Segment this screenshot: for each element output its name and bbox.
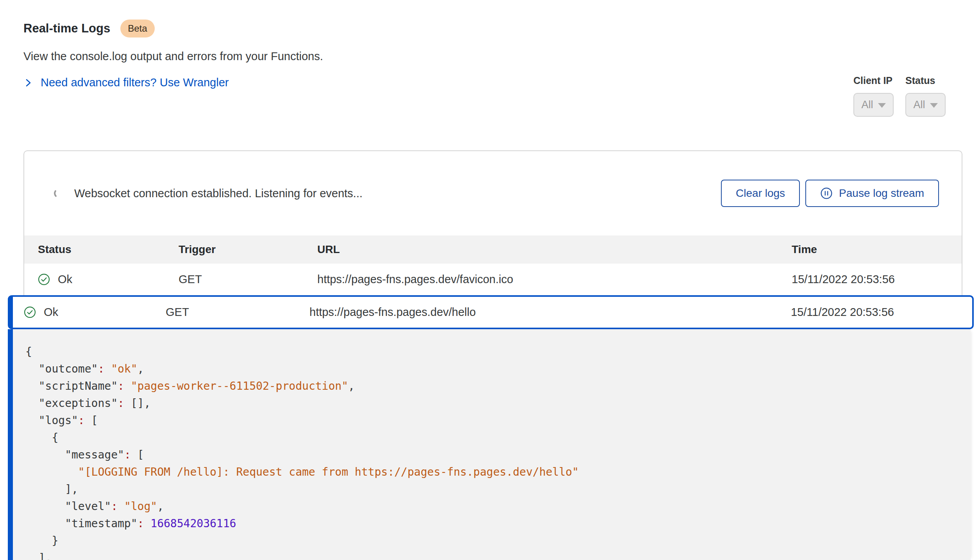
log-table-row[interactable]: Ok GET https://pages-fns.pages.dev/favic…	[24, 264, 962, 295]
realtime-logs-page: Real-time Logs Beta View the console.log…	[0, 0, 980, 560]
logs-toolbar: Websocket connection established. Listen…	[24, 151, 962, 235]
clear-logs-button[interactable]: Clear logs	[721, 180, 800, 207]
client-ip-value: All	[861, 99, 873, 111]
table-header: Status Trigger URL Time	[24, 235, 962, 264]
page-header: Real-time Logs Beta View the console.log…	[23, 20, 323, 89]
page-subtitle: View the console.log output and errors f…	[23, 50, 323, 63]
url-value: https://pages-fns.pages.dev/favicon.ico	[317, 273, 792, 286]
wrangler-link[interactable]: Need advanced filters? Use Wrangler	[41, 76, 229, 89]
status-filter-value: All	[913, 99, 925, 111]
clear-logs-label: Clear logs	[736, 187, 785, 200]
expanded-log-row[interactable]: Ok GET https://pages-fns.pages.dev/hello…	[8, 295, 974, 329]
trigger-value: GET	[179, 273, 317, 286]
url-value: https://pages-fns.pages.dev/hello	[309, 306, 791, 319]
chevron-right-icon	[23, 77, 33, 88]
column-header-url: URL	[317, 243, 792, 256]
trigger-value: GET	[166, 306, 309, 319]
page-title: Real-time Logs	[23, 21, 110, 36]
logs-card: Websocket connection established. Listen…	[23, 150, 962, 296]
client-ip-select[interactable]: All	[853, 93, 894, 117]
column-header-trigger: Trigger	[179, 243, 317, 256]
toolbar-buttons: Clear logs Pause log stream	[721, 180, 939, 207]
caret-down-icon	[878, 103, 886, 108]
check-circle-icon	[38, 273, 50, 285]
client-ip-label: Client IP	[853, 75, 894, 86]
title-row: Real-time Logs Beta	[23, 20, 323, 37]
wrangler-link-row[interactable]: Need advanced filters? Use Wrangler	[23, 76, 229, 89]
spinner-icon	[53, 188, 64, 199]
column-header-status: Status	[38, 243, 179, 256]
time-value: 15/11/2022 20:53:56	[791, 306, 958, 319]
status-select[interactable]: All	[905, 93, 946, 117]
column-header-time: Time	[792, 243, 948, 256]
status-value: Ok	[58, 273, 72, 286]
pause-log-stream-button[interactable]: Pause log stream	[805, 180, 939, 207]
log-json-panel: { "outcome": "ok", "scriptName": "pages-…	[8, 329, 971, 560]
status-cell: Ok	[24, 306, 166, 319]
status-value: Ok	[44, 306, 58, 319]
websocket-status-message: Websocket connection established. Listen…	[74, 187, 363, 200]
pause-log-stream-label: Pause log stream	[839, 187, 924, 200]
status-filter-group: Status All	[905, 75, 946, 117]
pause-icon	[820, 187, 833, 200]
check-circle-icon	[24, 306, 36, 318]
beta-badge: Beta	[120, 20, 154, 37]
expanded-log-entry: Ok GET https://pages-fns.pages.dev/hello…	[8, 295, 974, 560]
caret-down-icon	[930, 103, 938, 108]
json-viewer: { "outcome": "ok", "scriptName": "pages-…	[25, 343, 955, 560]
status-filter-label: Status	[905, 75, 946, 86]
filters: Client IP All Status All	[853, 75, 946, 117]
time-value: 15/11/2022 20:53:56	[792, 273, 948, 286]
status-cell: Ok	[38, 273, 179, 286]
client-ip-filter-group: Client IP All	[853, 75, 894, 117]
